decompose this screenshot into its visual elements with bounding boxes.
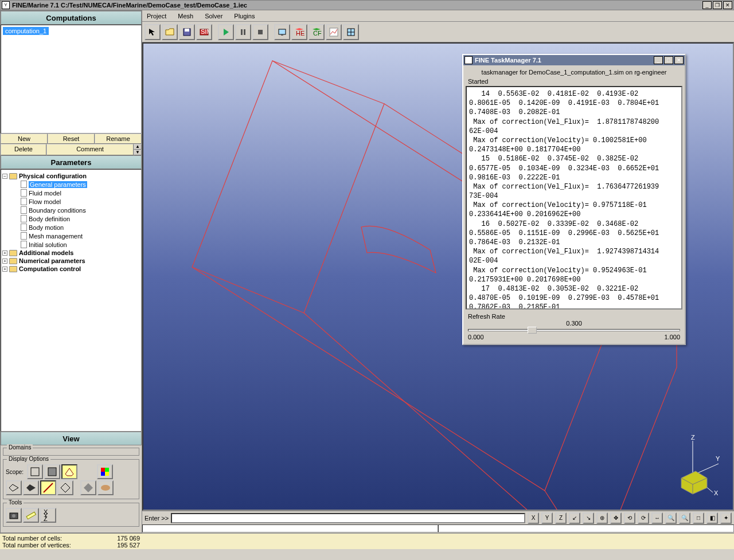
expand-icon[interactable]: + xyxy=(2,259,7,264)
tree-mesh-management[interactable]: Mesh management xyxy=(2,232,140,240)
tree-label: Fluid model xyxy=(29,190,61,197)
tool-select[interactable] xyxy=(145,24,161,40)
view-btn-6[interactable]: ⟳ xyxy=(638,512,649,524)
app-titlebar: Y FINE/Marine 7.1 C:/Test/NUMECA/FineMar… xyxy=(0,0,734,10)
tool-stop[interactable] xyxy=(252,24,268,40)
taskmanager-log[interactable]: 14 0.5563E-02 0.4181E-02 0.4193E-02 0.80… xyxy=(466,86,682,310)
computations-list[interactable]: computation_1 xyxy=(1,25,142,134)
collapse-icon[interactable]: − xyxy=(2,174,7,179)
new-button[interactable]: New xyxy=(1,134,48,144)
view-btn-2[interactable]: ↘ xyxy=(583,512,594,524)
tree-body-definition[interactable]: Body definition xyxy=(2,214,140,223)
reset-button[interactable]: Reset xyxy=(48,134,95,144)
axis-z-button[interactable]: Z xyxy=(555,512,567,524)
delete-button[interactable]: Delete xyxy=(1,144,46,155)
view-btn-4[interactable]: ✥ xyxy=(610,512,622,524)
tree-body-motion[interactable]: Body motion xyxy=(2,223,140,232)
tree-boundary-conditions[interactable]: Boundary conditions xyxy=(2,206,140,214)
rename-button[interactable]: Rename xyxy=(95,134,142,144)
render-button[interactable]: ✦ xyxy=(720,512,732,524)
menu-solver[interactable]: Solver xyxy=(202,11,225,21)
expand-icon[interactable]: + xyxy=(2,250,7,256)
tools-label: Tools xyxy=(7,499,24,506)
scope-btn-2[interactable] xyxy=(44,464,60,479)
spin-up[interactable]: ▲ xyxy=(134,144,142,150)
xyz-tool[interactable]: XYZ xyxy=(40,508,56,523)
fit-button[interactable]: □ xyxy=(693,512,704,524)
tree-label: Boundary conditions xyxy=(29,207,86,214)
view-btn-3[interactable]: ⊕ xyxy=(596,512,608,524)
svg-line-6 xyxy=(44,483,53,492)
tree-general-parameters[interactable]: General parameters xyxy=(2,180,140,189)
close-button[interactable]: ✕ xyxy=(723,1,732,9)
taskmanager-titlebar[interactable]: Y FINE TaskManager 7.1 _ □ ✕ xyxy=(463,55,685,65)
disp-btn-1[interactable] xyxy=(6,480,22,495)
camera-tool[interactable] xyxy=(6,508,22,523)
folder-icon xyxy=(9,173,17,179)
tool-pause[interactable] xyxy=(235,24,251,40)
view-btn-5[interactable]: ⟲ xyxy=(624,512,635,524)
scope-btn-1[interactable] xyxy=(27,464,43,479)
zoom-in-button[interactable]: 🔍 xyxy=(665,512,677,524)
tool-hex[interactable]: HEX xyxy=(291,24,307,40)
tree-additional[interactable]: +Additional models xyxy=(2,249,140,257)
viewport-3d[interactable]: Z Y X Y FINE TaskManager 7.1 _ □ ✕ xyxy=(142,42,734,511)
tree-control[interactable]: +Computation control xyxy=(2,265,140,273)
taskmanager-window[interactable]: Y FINE TaskManager 7.1 _ □ ✕ taskmanager… xyxy=(462,54,686,345)
command-input[interactable] xyxy=(171,513,525,523)
tm-maximize-button[interactable]: □ xyxy=(664,56,673,64)
taskmanager-status: Started xyxy=(466,77,682,86)
computation-item[interactable]: computation_1 xyxy=(3,27,49,35)
tool-open[interactable] xyxy=(162,24,178,40)
view-btn-7[interactable]: ↔ xyxy=(651,512,663,524)
tm-close-button[interactable]: ✕ xyxy=(674,56,684,64)
slider-thumb[interactable] xyxy=(528,327,537,334)
ruler-tool[interactable] xyxy=(23,508,39,523)
axis-x-button[interactable]: X xyxy=(528,512,539,524)
disp-btn-3[interactable] xyxy=(40,480,56,495)
menu-mesh[interactable]: Mesh xyxy=(175,11,196,21)
tree-numerical[interactable]: +Numerical parameters xyxy=(2,257,140,265)
tool-cfv[interactable]: CFV xyxy=(309,24,325,40)
tools-fieldset: Tools XYZ xyxy=(3,503,139,527)
color-btn[interactable] xyxy=(97,480,114,495)
tool-save[interactable] xyxy=(179,24,195,40)
tool-monitor[interactable] xyxy=(274,24,290,40)
doc-icon xyxy=(21,215,27,222)
taskmanager-title: FINE TaskManager 7.1 xyxy=(475,57,654,64)
tool-sim[interactable]: SIM xyxy=(196,24,212,40)
disp-btn-2[interactable] xyxy=(23,480,39,495)
menu-plugins[interactable]: Plugins xyxy=(232,11,257,21)
maximize-button[interactable]: ❐ xyxy=(713,1,722,9)
tool-grid[interactable] xyxy=(343,24,359,40)
refresh-rate-slider[interactable] xyxy=(468,329,680,331)
cube-view-button[interactable]: ◧ xyxy=(706,512,718,524)
tool-chart[interactable] xyxy=(326,24,342,40)
tree-label: Body definition xyxy=(29,216,70,222)
tree-flow-model[interactable]: Flow model xyxy=(2,197,140,206)
comment-button[interactable]: Comment xyxy=(46,144,134,155)
spin-down[interactable]: ▼ xyxy=(134,150,142,155)
disp-btn-4[interactable] xyxy=(57,480,73,495)
zoom-out-button[interactable]: 🔍 xyxy=(679,512,690,524)
axis-y-button[interactable]: Y xyxy=(541,512,553,524)
tool-play[interactable] xyxy=(218,24,234,40)
tm-minimize-button[interactable]: _ xyxy=(654,56,663,64)
minimize-button[interactable]: _ xyxy=(702,1,712,9)
parameters-tree[interactable]: − Physical configuration General paramet… xyxy=(1,169,142,432)
expand-icon[interactable]: + xyxy=(2,267,7,272)
tree-fluid-model[interactable]: Fluid model xyxy=(2,189,140,197)
disp-btn-5[interactable] xyxy=(80,480,96,495)
svg-text:Y: Y xyxy=(716,455,720,462)
domains-label: Domains xyxy=(7,444,33,451)
refresh-rate-value: 0.300 xyxy=(468,320,680,327)
view-btn-1[interactable]: ↙ xyxy=(569,512,580,524)
menu-project[interactable]: Project xyxy=(145,11,169,21)
taskmanager-subtitle: taskmanager for DemoCase_1_computation_1… xyxy=(466,68,682,77)
palette-btn[interactable] xyxy=(97,464,113,479)
tree-initial-solution[interactable]: Initial solution xyxy=(2,240,140,249)
doc-icon xyxy=(21,181,27,188)
bottom-info: Total number of cells:175 069 Total numb… xyxy=(0,533,734,549)
scope-btn-3[interactable] xyxy=(61,464,77,479)
tree-physical[interactable]: − Physical configuration xyxy=(2,172,140,180)
